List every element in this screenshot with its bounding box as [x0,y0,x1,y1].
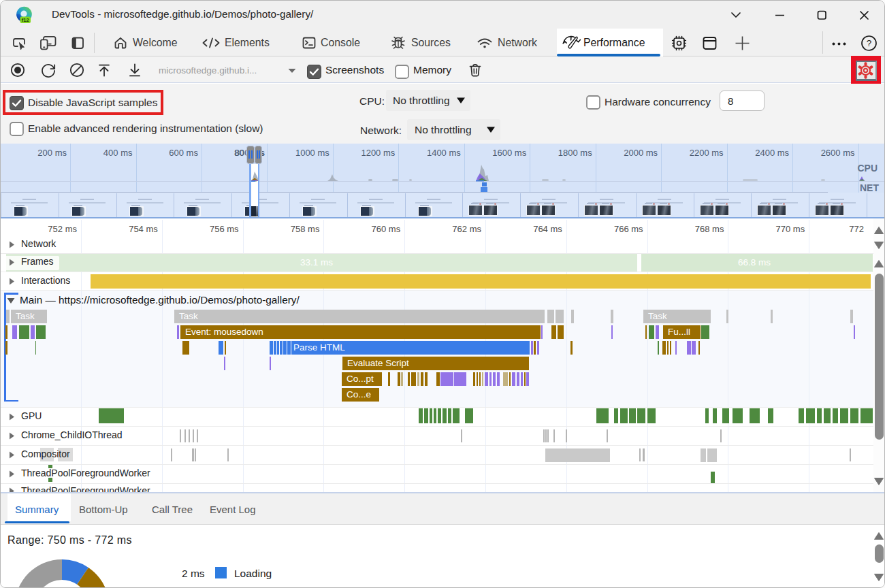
svg-text:f12: f12 [22,17,29,23]
svg-text:?: ? [867,38,872,48]
